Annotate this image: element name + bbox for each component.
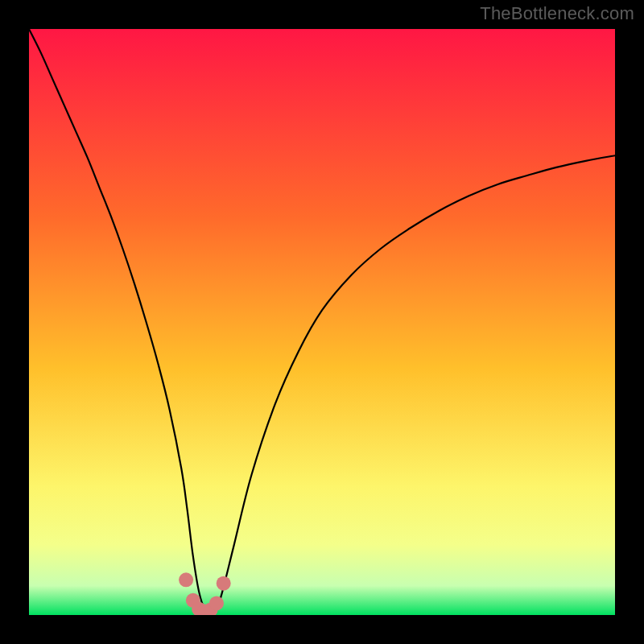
watermark-text: TheBottleneck.com [480,3,634,24]
valley-marker [179,572,193,587]
plot-area [29,29,615,615]
valley-marker [217,576,231,591]
valley-marker [209,596,224,610]
gradient-background [29,29,615,615]
chart-frame: TheBottleneck.com [0,0,644,644]
bottleneck-curve-chart [29,29,615,615]
